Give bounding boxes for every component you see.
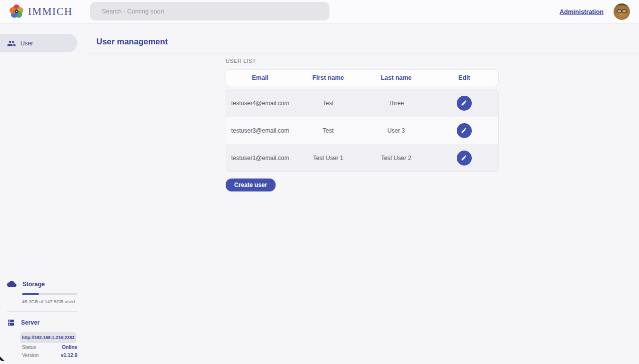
pencil-icon (461, 127, 467, 134)
column-header-edit: Edit (430, 74, 498, 81)
sidebar: User Storage 45.2GB of 147.8GB used Serv… (0, 23, 77, 364)
column-header-lastname: Last name (362, 74, 430, 81)
user-table-header: Email First name Last name Edit (226, 69, 499, 86)
storage-usage-text: 45.2GB of 147.8GB used (22, 299, 77, 304)
server-status-label: Status (22, 345, 36, 350)
storage-progress-bar (22, 293, 77, 295)
pencil-icon (461, 155, 467, 161)
table-row: testuser4@email.com Test Three (226, 89, 498, 117)
server-status-value: Online (62, 345, 77, 350)
storage-title: Storage (22, 281, 45, 288)
user-email-cell: testuser1@email.com (226, 155, 294, 162)
user-firstname-cell: Test (294, 100, 362, 107)
edit-user-button[interactable] (457, 123, 472, 138)
main-content: User management USER LIST Email First na… (77, 23, 639, 364)
immich-logo[interactable]: IMMICH (9, 4, 73, 19)
user-firstname-cell: Test (294, 127, 362, 134)
user-edit-cell (430, 123, 498, 138)
server-title: Server (21, 319, 39, 326)
server-url-badge: http://192.168.1.216:2283 (20, 332, 76, 343)
column-header-firstname: First name (294, 74, 362, 81)
edit-user-button[interactable] (457, 151, 472, 166)
column-header-email: Email (226, 74, 294, 81)
storage-progress-fill (22, 293, 39, 295)
logo-wordmark: IMMICH (28, 5, 73, 18)
table-row: testuser1@email.com Test User 1 Test Use… (226, 144, 498, 172)
users-icon (7, 39, 16, 48)
sidebar-item-user[interactable]: User (0, 34, 77, 52)
user-email-cell: testuser3@email.com (226, 127, 294, 134)
server-icon (7, 319, 15, 327)
server-url: http://192.168.1.216:2283 (22, 335, 75, 340)
user-lastname-cell: Three (362, 100, 430, 107)
pencil-icon (461, 100, 467, 106)
user-edit-cell (430, 151, 498, 166)
user-edit-cell (430, 96, 498, 111)
table-row: testuser3@email.com Test User 3 (226, 117, 498, 144)
server-version-value: v1.12.0 (61, 353, 77, 358)
user-lastname-cell: User 3 (362, 127, 430, 134)
top-header: IMMICH Administration (0, 0, 639, 23)
sidebar-footer: Storage 45.2GB of 147.8GB used Server ht… (0, 279, 77, 359)
immich-flower-icon (9, 4, 24, 19)
sidebar-divider (7, 311, 77, 312)
administration-link[interactable]: Administration (560, 8, 604, 15)
user-list-label: USER LIST (226, 58, 499, 64)
user-avatar[interactable] (614, 3, 630, 20)
page-title: User management (96, 37, 168, 46)
avatar-image (614, 3, 630, 20)
cloud-storage-icon (7, 279, 16, 289)
search-input[interactable] (90, 2, 329, 20)
sidebar-item-label: User (20, 40, 33, 47)
create-user-button[interactable]: Create user (226, 179, 276, 191)
user-firstname-cell: Test User 1 (294, 155, 362, 162)
edit-user-button[interactable] (457, 96, 472, 111)
user-email-cell: testuser4@email.com (226, 100, 294, 107)
server-version-label: Version (22, 353, 38, 358)
user-lastname-cell: Test User 2 (362, 155, 430, 162)
title-divider (85, 53, 639, 53)
user-table-body: testuser4@email.com Test Three testuser3… (226, 89, 499, 172)
